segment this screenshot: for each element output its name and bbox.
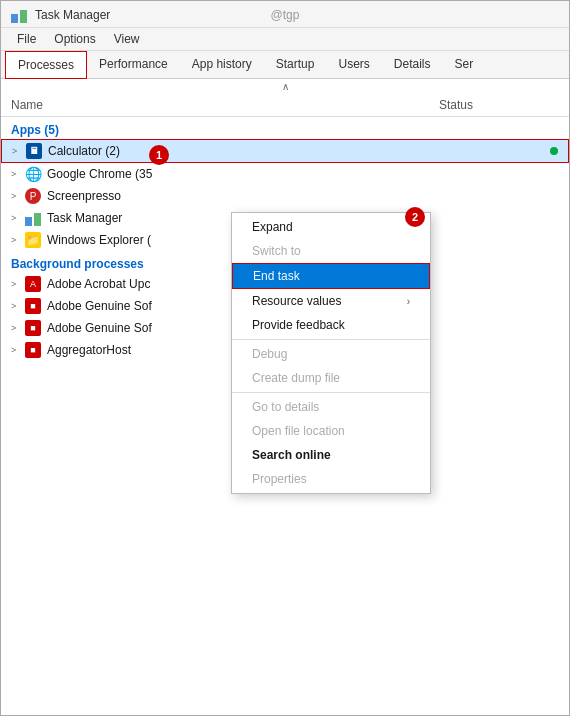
ctx-expand[interactable]: Expand 2 [232, 215, 430, 239]
ctx-resource-values[interactable]: Resource values › [232, 289, 430, 313]
col-header-status: Status [439, 98, 559, 112]
process-row-screenpresso[interactable]: > P Screenpresso [1, 185, 569, 207]
chrome-name: Google Chrome (35 [47, 167, 559, 181]
collapse-button[interactable]: ∧ [1, 79, 569, 94]
menu-bar: File Options View [1, 28, 569, 51]
calculator-name: Calculator (2) [48, 144, 550, 158]
aggregator-icon: ■ [25, 342, 41, 358]
ctx-switch-to: Switch to [232, 239, 430, 263]
task-manager-window: Task Manager @tgp File Options View Proc… [0, 0, 570, 716]
expand-arrow-screenpresso[interactable]: > [11, 191, 25, 201]
green-status-dot [550, 147, 558, 155]
tab-app-history[interactable]: App history [180, 51, 264, 78]
expand-arrow-acrobat[interactable]: > [11, 279, 25, 289]
adobe-genuine-2-icon: ■ [25, 320, 41, 336]
ctx-properties: Properties [232, 467, 430, 491]
ctx-go-to-details: Go to details [232, 395, 430, 419]
badge-2: 2 [405, 207, 425, 227]
expand-arrow-explorer[interactable]: > [11, 235, 25, 245]
adobe-genuine-1-icon: ■ [25, 298, 41, 314]
calculator-icon: 🖩 [26, 143, 42, 159]
tab-users[interactable]: Users [326, 51, 381, 78]
tab-processes[interactable]: Processes [5, 51, 87, 79]
expand-arrow-calculator[interactable]: > [12, 146, 26, 156]
expand-arrow-aggregator[interactable]: > [11, 345, 25, 355]
expand-arrow-adobe-genuine-1[interactable]: > [11, 301, 25, 311]
tab-performance[interactable]: Performance [87, 51, 180, 78]
tab-bar: Processes Performance App history Startu… [1, 51, 569, 79]
screenpresso-name: Screenpresso [47, 189, 559, 203]
explorer-icon: 📁 [25, 232, 41, 248]
chrome-icon: 🌐 [25, 166, 41, 182]
tab-startup[interactable]: Startup [264, 51, 327, 78]
title-bar: Task Manager @tgp [1, 1, 569, 28]
expand-arrow-adobe-genuine-2[interactable]: > [11, 323, 25, 333]
acrobat-icon: A [25, 276, 41, 292]
context-menu: Expand 2 Switch to End task Resource val… [231, 212, 431, 494]
process-row-chrome[interactable]: > 🌐 Google Chrome (35 [1, 163, 569, 185]
submenu-arrow-resource: › [407, 296, 410, 307]
ctx-separator-2 [232, 392, 430, 393]
ctx-create-dump: Create dump file [232, 366, 430, 390]
ctx-end-task[interactable]: End task [232, 263, 430, 289]
ctx-search-online[interactable]: Search online [232, 443, 430, 467]
screenpresso-icon: P [25, 188, 41, 204]
tab-details[interactable]: Details [382, 51, 443, 78]
menu-file[interactable]: File [9, 30, 44, 48]
expand-arrow-chrome[interactable]: > [11, 169, 25, 179]
table-header: Name Status [1, 94, 569, 117]
ctx-provide-feedback[interactable]: Provide feedback [232, 313, 430, 337]
section-apps: Apps (5) [1, 117, 569, 139]
menu-view[interactable]: View [106, 30, 148, 48]
col-header-name: Name [11, 98, 439, 112]
ctx-open-file-location: Open file location [232, 419, 430, 443]
app-icon [11, 7, 27, 23]
taskmanager-icon [25, 210, 41, 226]
ctx-separator-1 [232, 339, 430, 340]
content-area: Apps (5) > 🖩 Calculator (2) 1 > 🌐 Google… [1, 117, 569, 715]
process-row-calculator[interactable]: > 🖩 Calculator (2) [1, 139, 569, 163]
menu-options[interactable]: Options [46, 30, 103, 48]
badge-1: 1 [149, 145, 169, 165]
tab-services[interactable]: Ser [443, 51, 486, 78]
ctx-debug: Debug [232, 342, 430, 366]
watermark: @tgp [271, 8, 300, 22]
window-title: Task Manager [35, 8, 110, 22]
expand-arrow-taskmanager[interactable]: > [11, 213, 25, 223]
